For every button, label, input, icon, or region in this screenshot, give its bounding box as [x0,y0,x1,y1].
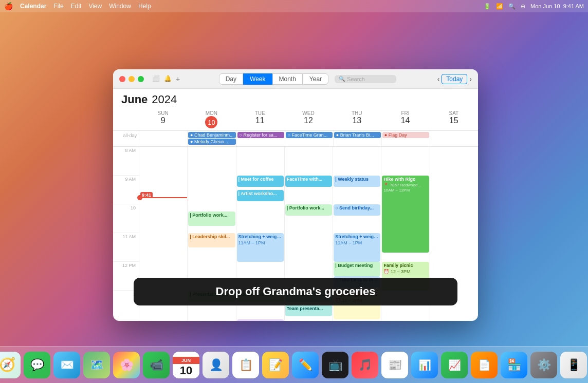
menubar-app-name[interactable]: Calendar [20,3,46,10]
menubar-left: 🍎 Calendar File Edit View Window Help [4,2,151,10]
all-day-label: all-day [113,131,139,146]
menubar-file[interactable]: File [53,3,63,10]
dock-maps[interactable]: 🗺️ [83,352,110,378]
dock-numbers[interactable]: 📈 [441,352,468,378]
event-meet-for-coffee[interactable]: | Meet for coffee [237,176,284,187]
event-send-birthday[interactable]: ○ Send birthday... [334,204,380,216]
window-titlebar: ⬜ 🔔 + Day Week Month Year 🔍 Search ‹ Tod… [113,69,478,89]
close-button[interactable] [119,76,125,82]
time-label-10am: 10 [113,204,139,233]
dock-keynote[interactable]: 📊 [411,352,438,378]
nav-buttons: ‹ Today › [437,74,472,84]
all-day-thu: ● Brian Tran's Bi... [333,131,381,146]
tab-year[interactable]: Year [303,73,328,85]
event-tooltip: Drop off Grandma's groceries [134,278,457,305]
tab-week[interactable]: Week [243,73,272,85]
nav-next-button[interactable]: › [469,75,472,83]
event-leadership-skills[interactable]: | Leadership skil... [188,233,235,247]
menubar: 🍎 Calendar File Edit View Window Help 🔋 … [0,0,588,12]
traffic-lights [119,76,144,82]
search-icon: 🔍 [339,76,345,82]
apple-menu[interactable]: 🍎 [4,2,13,10]
dock-photos[interactable]: 🌸 [113,352,140,378]
dock-freeform[interactable]: ✏️ [292,352,319,378]
day-header-sun: SUN 9 [139,108,187,130]
event-facetime-wed[interactable]: FaceTime with... [285,176,332,187]
view-tabs: Day Week Month Year [219,73,328,85]
dock-calendar[interactable]: JUN 10 [173,352,199,378]
event-portfolio-work-mon[interactable]: | Portfolio work... [188,212,235,226]
menubar-view[interactable]: View [88,3,102,10]
month-header: June 2024 [113,89,478,108]
event-hike-rigo[interactable]: Hike with Rigo 📍 7867 Redwood... 10AM – … [382,176,429,253]
minimize-button[interactable] [128,76,135,82]
menubar-window[interactable]: Window [109,3,131,10]
maximize-button[interactable] [138,76,144,82]
event-facetime-gran[interactable]: ○ FaceTime Gran... [286,132,333,138]
search-box[interactable]: 🔍 Search [335,75,396,83]
dock-reminders[interactable]: 📋 [232,352,259,378]
event-portfolio-wed[interactable]: | Portfolio work... [285,204,332,216]
dock-pages[interactable]: 📄 [471,352,498,378]
notifications-icon[interactable]: 🔔 [164,75,172,83]
event-chad-benjamin[interactable]: ● Chad Benjaminm... [188,132,235,138]
dock-music[interactable]: 🎵 [352,352,378,378]
dock-safari[interactable]: 🧭 [0,352,21,378]
date-time: Mon Jun 10 9:41 AM [530,3,584,9]
time-badge: 9:41 [140,192,153,198]
dock-iphone-mirroring[interactable]: 📱 [560,352,587,378]
all-day-sat [430,131,478,146]
event-brian-tran[interactable]: ● Brian Tran's Bi... [334,132,381,138]
dock-notes[interactable]: 📝 [262,352,289,378]
all-day-wed: ○ FaceTime Gran... [285,131,333,146]
event-keynote-ja[interactable]: | Keynote by Ja... [237,319,284,321]
wifi-icon: 📶 [496,3,503,10]
month-title: June [121,93,148,106]
menubar-help[interactable]: Help [138,3,151,10]
day-header-mon: MON 10 [187,108,235,130]
event-flag-day[interactable]: ● Flag Day [382,132,429,138]
dock-appstore[interactable]: 🏪 [501,352,527,378]
event-artist-workshop[interactable]: | Artist worksho... [237,190,284,201]
all-day-sun [139,131,187,146]
dock-mail[interactable]: ✉️ [53,352,80,378]
time-label-8am: 8 AM [113,147,139,176]
calendar-window: ⬜ 🔔 + Day Week Month Year 🔍 Search ‹ Tod… [113,69,478,321]
dock-facetime[interactable]: 📹 [143,352,170,378]
dock-tv[interactable]: 📺 [322,352,348,378]
event-melody-cheun[interactable]: ● Melody Cheun... [188,139,235,145]
today-button[interactable]: Today [442,74,467,84]
nav-prev-button[interactable]: ‹ [437,75,440,83]
all-day-mon: ● Chad Benjaminm... ● Melody Cheun... [187,131,236,146]
titlebar-center: Day Week Month Year 🔍 Search [184,73,431,85]
all-day-fri: ● Flag Day [381,131,430,146]
dock-messages[interactable]: 💬 [24,352,50,378]
search-icon[interactable]: 🔍 [508,3,516,10]
event-register-sa[interactable]: ○ Register for sa... [237,132,284,138]
dock: 🔵 🚀 🧭 💬 ✉️ 🗺️ 🌸 📹 JUN 10 👤 📋 📝 ✏️ 📺 🎵 [0,346,588,383]
day-header-thu: THU 13 [333,108,381,130]
dock-settings[interactable]: ⚙️ [530,352,557,378]
event-stretching-thu[interactable]: Stretching + weights 11AM – 1PM [334,233,380,262]
time-label-9am: 9 AM [113,176,139,204]
dock-news[interactable]: 📰 [381,352,408,378]
dock-contacts[interactable]: 👤 [203,352,229,378]
control-center-icon[interactable]: ⊕ [521,3,525,10]
menubar-edit[interactable]: Edit [71,3,82,10]
event-team-presenta[interactable]: Team presenta... [285,305,332,316]
tab-month[interactable]: Month [272,73,303,85]
day-header-tue: TUE 11 [236,108,284,130]
day-headers: SUN 9 MON 10 TUE 11 WED 12 THU 13 FRI 14 [113,108,478,131]
battery-icon: 🔋 [484,3,491,10]
menubar-right: 🔋 📶 🔍 ⊕ Mon Jun 10 9:41 AM [484,3,584,10]
event-stretching-tue[interactable]: Stretching + weights 11AM – 1PM [237,233,284,262]
sidebar-toggle-icon[interactable]: ⬜ [152,75,160,83]
event-weekly-status[interactable]: | Weekly status [334,176,380,187]
time-label-11am: 11 AM [113,233,139,262]
all-day-row: all-day ● Chad Benjaminm... ● Melody Che… [113,131,478,147]
event-budget-meeting[interactable]: | Budget meeting [334,262,380,276]
tab-day[interactable]: Day [219,73,243,85]
day-header-fri: FRI 14 [381,108,429,130]
add-event-button[interactable]: + [176,75,180,83]
day-header-wed: WED 12 [284,108,333,130]
